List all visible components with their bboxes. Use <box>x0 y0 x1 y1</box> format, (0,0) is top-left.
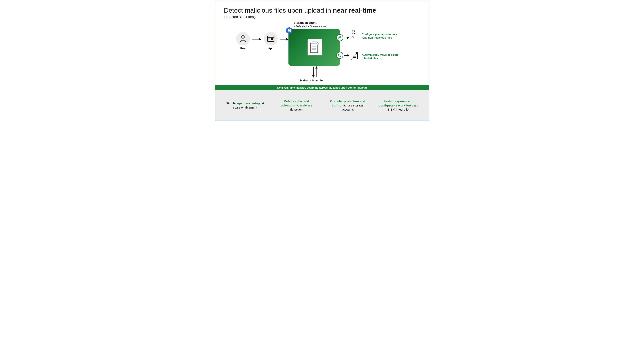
svg-rect-17 <box>339 37 341 39</box>
malware-scanning-label: Malware Scanning <box>300 79 324 82</box>
check-icon: ✓ <box>294 25 296 27</box>
arrow-malware-scanning <box>310 66 319 79</box>
page-subtitle: For Azure Blob Storage <box>224 15 420 19</box>
defender-text: Defender for Storage enabled <box>296 25 327 27</box>
app-node: App <box>262 32 280 50</box>
blocked-file-icon <box>350 51 359 61</box>
slide-frame: Detect malicious files upon upload in ne… <box>215 0 429 121</box>
page-title: Detect malicious files upon upload in ne… <box>224 6 420 14</box>
user-icon <box>240 35 246 42</box>
binary-hex-icon: 10 01 <box>286 27 293 34</box>
arrow-user-to-app <box>252 38 262 41</box>
user-node: User <box>234 32 252 50</box>
outcome-move-delete: Automatically move or delete infected fi… <box>362 53 403 60</box>
header: Detect malicious files upon upload in ne… <box>215 0 429 19</box>
feature-polymorphic: Metamorphic and polymorphic malware dete… <box>274 99 318 112</box>
svg-point-19 <box>340 56 340 56</box>
arrow-to-outcome-a <box>344 36 350 39</box>
lock-icon <box>338 36 342 39</box>
svg-point-22 <box>352 30 354 32</box>
app-window-icon <box>267 36 274 42</box>
app-label: App <box>262 47 280 50</box>
title-plain: Detect malicious files upon upload in <box>224 6 333 14</box>
arrow-to-outcome-b <box>344 54 350 57</box>
svg-point-0 <box>242 35 244 38</box>
defender-enabled-label: ✓Defender for Storage enabled <box>294 25 327 28</box>
svg-rect-25 <box>352 37 353 38</box>
svg-rect-4 <box>268 38 270 40</box>
shield-alert-icon <box>338 53 342 57</box>
svg-text:01: 01 <box>288 31 290 32</box>
shield-badge <box>336 52 343 59</box>
outcome-read-clean: Configure your apps to only read non-mal… <box>362 33 403 40</box>
feature-agentless: Simple agentless setup, at scale enablem… <box>223 101 267 110</box>
feature-granular: Granular protection and control across s… <box>326 99 370 112</box>
banner-strip: Near real-time malware scanning across f… <box>215 85 429 90</box>
architecture-diagram: User App Storage account <box>215 20 429 83</box>
arrow-app-to-storage <box>279 38 289 41</box>
user-circle <box>236 32 250 45</box>
app-circle <box>264 32 278 45</box>
person-card-icon <box>350 29 359 40</box>
feature-workflow: Faster response with configurable workfl… <box>377 99 421 112</box>
storage-account-label: Storage account <box>294 21 317 24</box>
features-row: Simple agentless setup, at scale enablem… <box>215 90 429 121</box>
svg-text:10: 10 <box>288 29 290 31</box>
lock-badge <box>336 34 343 41</box>
user-label: User <box>234 47 252 50</box>
files-icon <box>308 39 322 55</box>
title-bold: near real-time <box>333 6 376 14</box>
